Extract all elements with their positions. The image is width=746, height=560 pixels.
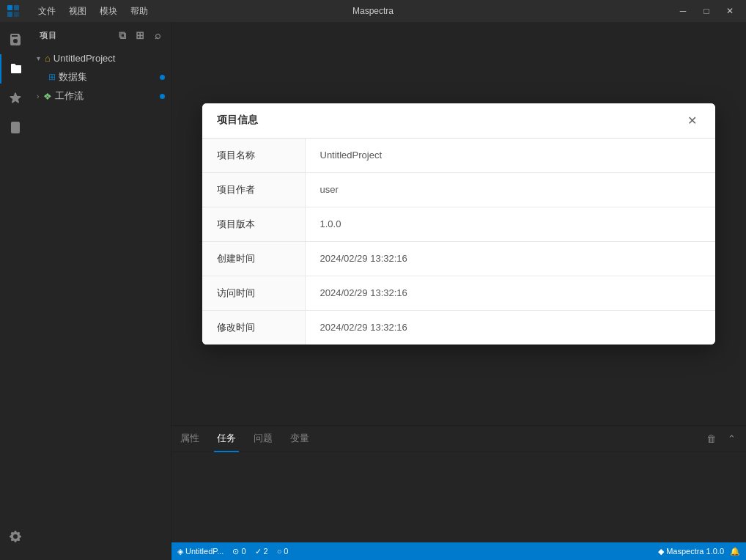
status-left: ◈ UntitledP... ⊙ 0 ✓ 2 ○ 0 xyxy=(177,547,288,556)
tab-issues[interactable]: 问题 xyxy=(251,426,276,452)
main-layout: 项目 ⧉ ⊞ ⌕ ▾ ⌂ UntitledProject ⊞ 数据集 › ❖ 工… xyxy=(0,22,746,560)
activity-item-settings[interactable] xyxy=(0,522,31,551)
modal-header: 项目信息 ✕ xyxy=(202,103,715,139)
dataset-icon: ⊞ xyxy=(48,72,56,82)
app-title: Maspectra xyxy=(352,6,394,16)
status-right: ◆ Maspectra 1.0.0 🔔 xyxy=(658,547,740,556)
activity-bar xyxy=(0,22,31,560)
sidebar-header: 项目 ⧉ ⊞ ⌕ xyxy=(31,22,171,48)
app-logo xyxy=(6,4,21,18)
table-row: 创建时间2024/02/29 13:32:16 xyxy=(202,241,715,276)
modal-body: 项目名称UntitledProject项目作者user项目版本1.0.0创建时间… xyxy=(202,139,715,345)
project-label: UntitledProject xyxy=(53,53,116,64)
svg-rect-0 xyxy=(7,5,12,10)
tree-item-workflow[interactable]: › ❖ 工作流 xyxy=(31,86,171,106)
maximize-button[interactable]: □ xyxy=(696,4,717,18)
status-bell[interactable]: 🔔 xyxy=(730,547,740,556)
modal-close-button[interactable]: ✕ xyxy=(683,111,701,129)
content-area: 项目信息 ✕ 项目名称UntitledProject项目作者user项目版本1.… xyxy=(171,22,746,560)
modal-title: 项目信息 xyxy=(217,114,258,127)
tree-item-project[interactable]: ▾ ⌂ UntitledProject xyxy=(31,48,171,67)
menu-view[interactable]: 视图 xyxy=(63,4,92,19)
status-project[interactable]: ◈ UntitledP... xyxy=(177,547,224,556)
status-checks-count: 2 xyxy=(264,547,268,556)
sidebar-search-button[interactable]: ⌕ xyxy=(150,28,165,43)
table-row: 项目版本1.0.0 xyxy=(202,207,715,241)
status-version[interactable]: ◆ Maspectra 1.0.0 xyxy=(658,547,724,556)
workflow-label: 工作流 xyxy=(55,89,84,103)
close-button[interactable]: ✕ xyxy=(720,4,740,18)
row-value: 2024/02/29 13:32:16 xyxy=(305,241,715,276)
workflow-dot xyxy=(160,94,165,99)
table-row: 项目作者user xyxy=(202,172,715,207)
row-label: 创建时间 xyxy=(202,241,305,276)
panel-collapse-button[interactable]: ⌃ xyxy=(723,430,740,448)
menu-help[interactable]: 帮助 xyxy=(125,4,154,19)
sidebar: 项目 ⧉ ⊞ ⌕ ▾ ⌂ UntitledProject ⊞ 数据集 › ❖ 工… xyxy=(31,22,171,560)
workflow-icon: ❖ xyxy=(43,91,52,102)
svg-rect-3 xyxy=(14,12,19,17)
panel-tabs: 属性 任务 问题 变量 🗑 ⌃ xyxy=(171,426,746,452)
row-value: 2024/02/29 13:32:16 xyxy=(305,276,715,310)
dataset-dot xyxy=(160,75,165,80)
svg-rect-1 xyxy=(14,5,19,10)
row-value: user xyxy=(305,172,715,207)
bottom-panel: 属性 任务 问题 变量 🗑 ⌃ xyxy=(171,425,746,542)
activity-item-favorites[interactable] xyxy=(0,84,31,113)
menu-file[interactable]: 文件 xyxy=(32,4,62,19)
activity-item-folder[interactable] xyxy=(0,113,31,142)
check-icon: ✓ xyxy=(255,547,262,556)
menu-module[interactable]: 模块 xyxy=(94,4,123,19)
status-tasks[interactable]: ⊙ 0 xyxy=(232,547,245,556)
panel-delete-button[interactable]: 🗑 xyxy=(702,430,720,448)
status-errors[interactable]: ○ 0 xyxy=(277,547,289,556)
status-bar: ◈ UntitledP... ⊙ 0 ✓ 2 ○ 0 ◆ xyxy=(171,542,746,560)
bell-icon: 🔔 xyxy=(730,547,740,556)
tab-variables[interactable]: 变量 xyxy=(287,426,312,452)
sidebar-title: 项目 xyxy=(40,30,56,41)
row-label: 项目作者 xyxy=(202,172,305,207)
title-bar-left: 文件 视图 模块 帮助 xyxy=(6,4,154,19)
row-label: 修改时间 xyxy=(202,310,305,345)
status-checks[interactable]: ✓ 2 xyxy=(255,547,268,556)
task-icon: ⊙ xyxy=(232,547,239,556)
sidebar-copy-button[interactable]: ⧉ xyxy=(115,28,130,43)
row-label: 项目名称 xyxy=(202,139,305,173)
activity-item-explorer[interactable] xyxy=(0,54,31,84)
sidebar-actions: ⧉ ⊞ ⌕ xyxy=(115,28,165,43)
panel-tab-actions: 🗑 ⌃ xyxy=(702,430,740,448)
table-row: 修改时间2024/02/29 13:32:16 xyxy=(202,310,715,345)
chevron-down-icon: ▾ xyxy=(37,54,40,62)
diamond-icon: ◆ xyxy=(658,547,664,556)
status-project-label: UntitledP... xyxy=(185,547,224,556)
activity-item-save[interactable] xyxy=(0,25,31,54)
home-icon: ⌂ xyxy=(45,53,51,64)
activity-bottom xyxy=(0,522,31,557)
window-controls: ─ □ ✕ xyxy=(673,4,740,18)
error-icon: ○ xyxy=(277,547,282,556)
menu-bar: 文件 视图 模块 帮助 xyxy=(32,4,154,19)
status-errors-count: 0 xyxy=(284,547,288,556)
dataset-label: 数据集 xyxy=(59,70,87,84)
row-label: 访问时间 xyxy=(202,276,305,310)
status-version-label: Maspectra 1.0.0 xyxy=(666,547,724,556)
modal-overlay: 项目信息 ✕ 项目名称UntitledProject项目作者user项目版本1.… xyxy=(171,22,746,425)
row-value: 1.0.0 xyxy=(305,207,715,241)
tree-item-dataset[interactable]: ⊞ 数据集 xyxy=(31,67,171,86)
sidebar-paste-button[interactable]: ⊞ xyxy=(133,28,147,43)
project-icon: ◈ xyxy=(177,547,183,556)
project-info-modal: 项目信息 ✕ 项目名称UntitledProject项目作者user项目版本1.… xyxy=(202,103,715,345)
info-table: 项目名称UntitledProject项目作者user项目版本1.0.0创建时间… xyxy=(202,139,715,345)
tab-properties[interactable]: 属性 xyxy=(177,426,202,452)
title-bar: 文件 视图 模块 帮助 Maspectra ─ □ ✕ xyxy=(0,0,746,22)
table-row: 访问时间2024/02/29 13:32:16 xyxy=(202,276,715,310)
table-row: 项目名称UntitledProject xyxy=(202,139,715,173)
chevron-right-icon: › xyxy=(37,92,39,100)
tab-tasks[interactable]: 任务 xyxy=(214,426,239,452)
minimize-button[interactable]: ─ xyxy=(673,4,693,18)
svg-rect-2 xyxy=(7,12,12,17)
panel-content xyxy=(171,452,746,542)
content-main: 项目信息 ✕ 项目名称UntitledProject项目作者user项目版本1.… xyxy=(171,22,746,425)
row-value: UntitledProject xyxy=(305,139,715,173)
row-value: 2024/02/29 13:32:16 xyxy=(305,310,715,345)
